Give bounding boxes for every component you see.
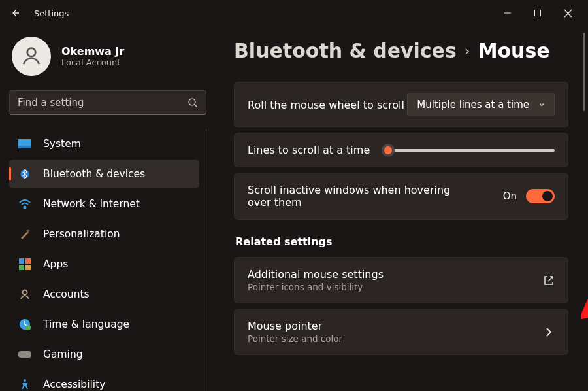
setting-inactive-windows: Scroll inactive windows when hovering ov…: [234, 173, 568, 220]
related-mouse-pointer[interactable]: Mouse pointer Pointer size and color: [234, 309, 568, 355]
scrollbar-thumb[interactable]: [583, 33, 585, 111]
close-icon: [564, 9, 572, 18]
accessibility-icon: [18, 378, 31, 391]
svg-point-19: [24, 379, 26, 382]
content-area: Bluetooth & devices › Mouse Roll the mou…: [216, 26, 588, 391]
sidebar-item-apps[interactable]: Apps: [9, 250, 199, 279]
sidebar-item-accounts[interactable]: Accounts: [9, 280, 199, 309]
inactive-windows-toggle[interactable]: [526, 189, 555, 203]
sidebar-item-label: Network & internet: [43, 198, 140, 210]
search-input[interactable]: Find a setting: [9, 90, 206, 115]
window-controls: [493, 3, 583, 24]
user-name: Okemwa Jr: [61, 45, 124, 58]
svg-rect-1: [535, 10, 541, 16]
sidebar: Okemwa Jr Local Account Find a setting S…: [0, 26, 216, 391]
svg-rect-8: [18, 146, 31, 148]
clock-icon: [18, 318, 31, 331]
external-link-icon: [543, 275, 555, 286]
chevron-right-icon: [543, 326, 555, 338]
setting-label: Roll the mouse wheel to scroll: [248, 99, 404, 111]
svg-rect-15: [25, 265, 31, 270]
brush-icon: [18, 228, 31, 241]
app-title: Settings: [34, 8, 69, 18]
svg-rect-12: [19, 258, 24, 264]
close-button[interactable]: [553, 3, 583, 24]
sidebar-item-label: Apps: [43, 258, 68, 270]
maximize-icon: [534, 9, 542, 17]
titlebar: Settings: [0, 0, 588, 26]
sidebar-item-label: Bluetooth & devices: [43, 168, 145, 180]
svg-point-10: [24, 207, 26, 209]
gamepad-icon: [18, 348, 31, 361]
back-arrow-icon: [10, 8, 20, 18]
sidebar-item-personalization[interactable]: Personalization: [9, 220, 199, 248]
avatar: [12, 37, 51, 76]
svg-point-16: [23, 290, 27, 295]
sidebar-item-system[interactable]: System: [9, 129, 199, 158]
related-settings-heading: Related settings: [235, 235, 568, 248]
setting-label: Scroll inactive windows when hovering ov…: [248, 184, 457, 209]
grid-icon: [18, 258, 31, 271]
setting-wheel-scroll: Roll the mouse wheel to scroll Multiple …: [234, 82, 568, 128]
lines-slider[interactable]: [383, 149, 555, 152]
sidebar-item-network[interactable]: Network & internet: [9, 190, 199, 218]
maximize-button[interactable]: [523, 3, 553, 24]
search-icon: [188, 97, 198, 108]
related-item-sub: Pointer icons and visibility: [248, 282, 384, 292]
content-scrollbar[interactable]: [583, 26, 585, 391]
search-placeholder: Find a setting: [18, 97, 188, 109]
user-subtitle: Local Account: [61, 58, 124, 67]
minimize-icon: [504, 9, 512, 17]
related-item-label: Mouse pointer: [248, 320, 342, 332]
svg-point-4: [27, 48, 36, 57]
nav-list: System Bluetooth & devices Network & int…: [9, 129, 206, 391]
svg-rect-11: [26, 229, 30, 233]
sidebar-item-label: Gaming: [43, 348, 83, 360]
sidebar-item-label: Accounts: [43, 288, 90, 300]
wheel-scroll-dropdown[interactable]: Multiple lines at a time: [407, 93, 555, 116]
sidebar-item-label: Time & language: [43, 318, 129, 330]
bluetooth-icon: [18, 167, 31, 180]
setting-label: Lines to scroll at a time: [248, 144, 370, 156]
toggle-state-label: On: [503, 190, 517, 202]
related-item-sub: Pointer size and color: [248, 333, 342, 344]
sidebar-item-label: Accessibility: [43, 379, 105, 390]
breadcrumb: Bluetooth & devices › Mouse: [234, 39, 568, 62]
slider-thumb[interactable]: [382, 144, 395, 157]
user-icon: [20, 44, 43, 68]
related-additional-mouse-settings[interactable]: Additional mouse settings Pointer icons …: [234, 257, 568, 303]
sidebar-item-label: System: [43, 138, 81, 150]
breadcrumb-current: Mouse: [478, 39, 550, 62]
monitor-icon: [18, 137, 31, 150]
related-item-label: Additional mouse settings: [248, 268, 384, 280]
minimize-button[interactable]: [493, 3, 523, 24]
svg-point-18: [25, 325, 31, 330]
slider-track: [383, 149, 555, 152]
wifi-icon: [18, 197, 31, 211]
sidebar-item-accessibility[interactable]: Accessibility: [9, 370, 199, 391]
user-block[interactable]: Okemwa Jr Local Account: [9, 37, 206, 76]
person-icon: [18, 288, 31, 301]
dropdown-value: Multiple lines at a time: [417, 99, 529, 110]
svg-line-6: [195, 105, 197, 107]
breadcrumb-parent[interactable]: Bluetooth & devices: [234, 39, 457, 62]
chevron-right-icon: ›: [465, 42, 470, 59]
sidebar-item-bluetooth-devices[interactable]: Bluetooth & devices: [9, 160, 199, 188]
setting-lines-scroll: Lines to scroll at a time: [234, 133, 568, 167]
svg-rect-14: [19, 265, 24, 270]
sidebar-item-label: Personalization: [43, 228, 120, 240]
svg-rect-13: [25, 258, 31, 264]
back-button[interactable]: [5, 3, 25, 23]
sidebar-item-time-language[interactable]: Time & language: [9, 310, 199, 339]
sidebar-item-gaming[interactable]: Gaming: [9, 340, 199, 369]
svg-point-5: [189, 99, 195, 105]
